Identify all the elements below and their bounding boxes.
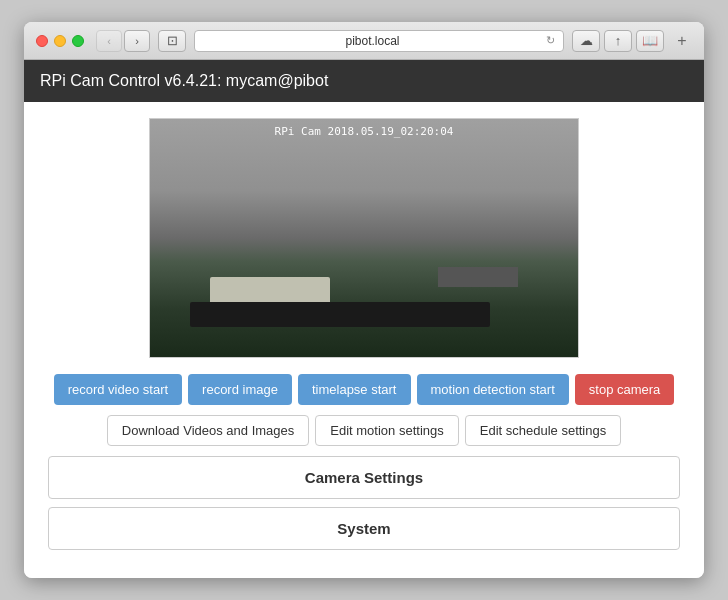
add-tab-button[interactable]: +	[672, 31, 692, 51]
maximize-button[interactable]	[72, 35, 84, 47]
edit-motion-settings-button[interactable]: Edit motion settings	[315, 415, 458, 446]
address-bar[interactable]	[203, 34, 542, 48]
camera-image	[150, 119, 578, 357]
camera-settings-button[interactable]: Camera Settings	[48, 456, 680, 499]
share-icon[interactable]: ↑	[604, 30, 632, 52]
primary-buttons-row: record video start record image timelaps…	[48, 374, 680, 405]
timelapse-start-button[interactable]: timelapse start	[298, 374, 411, 405]
camera-overlay-element-3	[438, 267, 518, 287]
record-video-start-button[interactable]: record video start	[54, 374, 182, 405]
app-title: RPi Cam Control v6.4.21: mycam@pibot	[40, 72, 328, 89]
back-button[interactable]: ‹	[96, 30, 122, 52]
camera-view: RPi Cam 2018.05.19_02:20:04	[149, 118, 579, 358]
icloud-icon[interactable]: ☁	[572, 30, 600, 52]
secondary-buttons-row: Download Videos and Images Edit motion s…	[48, 415, 680, 446]
close-button[interactable]	[36, 35, 48, 47]
browser-window: ‹ › ⊡ ↻ ☁ ↑ 📖 + RPi Cam Control v6.4.21:…	[24, 22, 704, 578]
stop-camera-button[interactable]: stop camera	[575, 374, 675, 405]
minimize-button[interactable]	[54, 35, 66, 47]
motion-detection-start-button[interactable]: motion detection start	[417, 374, 569, 405]
download-videos-images-button[interactable]: Download Videos and Images	[107, 415, 310, 446]
record-image-button[interactable]: record image	[188, 374, 292, 405]
app-header: RPi Cam Control v6.4.21: mycam@pibot	[24, 60, 704, 102]
content-area: RPi Cam 2018.05.19_02:20:04 record video…	[24, 102, 704, 578]
edit-schedule-settings-button[interactable]: Edit schedule settings	[465, 415, 621, 446]
extra-buttons: ☁ ↑ 📖	[572, 30, 664, 52]
refresh-icon[interactable]: ↻	[546, 34, 555, 47]
traffic-lights	[36, 35, 84, 47]
nav-buttons: ‹ ›	[96, 30, 150, 52]
camera-overlay-element-2	[190, 302, 490, 327]
system-button[interactable]: System	[48, 507, 680, 550]
view-button[interactable]: ⊡	[158, 30, 186, 52]
forward-button[interactable]: ›	[124, 30, 150, 52]
bookmark-icon[interactable]: 📖	[636, 30, 664, 52]
title-bar: ‹ › ⊡ ↻ ☁ ↑ 📖 +	[24, 22, 704, 60]
address-bar-container: ↻	[194, 30, 564, 52]
camera-timestamp: RPi Cam 2018.05.19_02:20:04	[275, 125, 454, 138]
